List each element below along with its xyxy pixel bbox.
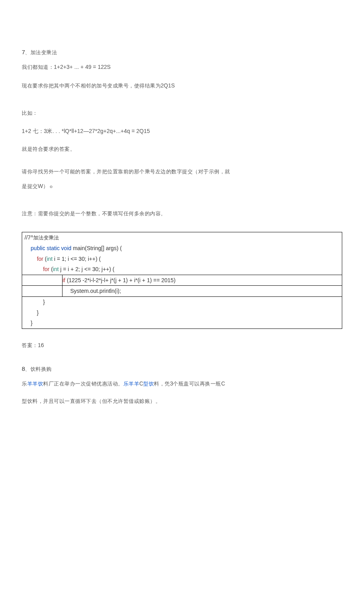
q7-p4-text: 1+2 七：3米. . . *lQ*ll+12—27*2g+2q+...+4q …	[22, 128, 150, 134]
q8-title-text: 、饮料换购	[25, 366, 52, 372]
code-l5-right: if (1225 -2*i-l-2*j-l+ j*(j + 1) + i*(i …	[63, 275, 342, 286]
code-l6-left	[22, 286, 63, 296]
q8-p2: 型饮料，并且可以一直循环下去（但不允许暂借或赊账）。	[22, 397, 342, 406]
code-l2c: main(String[] args) (	[71, 245, 122, 251]
code-l4d: int	[53, 266, 59, 272]
answer-label: 答案：	[22, 342, 38, 348]
code-l5-left	[22, 275, 63, 286]
q7-p7a: 是提交	[22, 183, 38, 189]
code-l4c: (	[49, 266, 53, 272]
code-line-6: System.out.println(i);	[22, 286, 342, 297]
code-l3a	[25, 256, 37, 262]
code-l3e: i = 1; i <= 30; i++) (	[53, 256, 101, 262]
q8-p1e: C	[139, 380, 143, 387]
q7-p8: 注意：需要你提交的是一个整数，不要填写任何多余的内容。	[22, 210, 342, 218]
code-line-3: for (int i = 1; i <= 30; i++) (	[22, 254, 342, 264]
q7-p7c: ） o	[43, 183, 53, 189]
q8-p1d: 乐羊羊	[123, 381, 140, 387]
answer-value: 16	[38, 342, 44, 348]
code-l3b: for	[37, 256, 43, 262]
q8-p1j: C	[221, 380, 225, 387]
q7-p7: 是提交W） o	[22, 182, 342, 191]
code-l4a	[25, 266, 43, 272]
code-l2a	[25, 245, 31, 251]
code-line-7: }	[22, 297, 342, 308]
q7-p5: 就是符合要求的答案。	[22, 145, 342, 154]
q7-p3: 比如：	[22, 109, 342, 118]
code-l2b: public static void	[31, 245, 72, 251]
q8-p1g: 料，凭	[154, 381, 170, 387]
q8-p1: 乐羊羊饮料厂正在举办一次促销优惠活动。乐羊羊C型饮料，凭3个瓶盖可以再换一瓶C	[22, 379, 342, 388]
code-l1a: //7^	[25, 234, 33, 241]
q8-p1f: 型饮	[143, 381, 154, 387]
q8-p1a: 乐	[22, 381, 27, 387]
q7-title-text: 、加法变乘法	[25, 49, 57, 55]
q7-p1: 我们都知道：1+2+3+ ... + 49 = 122S	[22, 63, 342, 72]
code-l4e: j = i + 2; j <= 30; j++) (	[59, 266, 114, 272]
code-line-9: }	[22, 318, 342, 328]
code-block: //7^加法变乘法 public static void main(String…	[22, 232, 342, 328]
code-l6-right: System.out.println(i);	[63, 286, 342, 296]
q8-p1c: 料厂正在举办一次促销优惠活动。	[43, 381, 123, 387]
code-l4b: for	[43, 266, 49, 272]
q8-p1i: 个瓶盖可以再换一瓶	[173, 381, 221, 387]
q7-p2: 现在要求你把其中两个不相邻的加号变成乘号，使得结果为2Q1S	[22, 81, 342, 90]
code-l3c: (	[43, 256, 47, 262]
answer-line: 答案：16	[22, 341, 342, 350]
code-line-5: if (1225 -2*i-l-2*j-l+ j*(j + 1) + i*(i …	[22, 275, 342, 286]
code-l5c: (1225 -2*i-l-2*j-l+ j*(j + 1) + i*(i + 1…	[65, 277, 176, 283]
code-line-8: }	[22, 308, 342, 318]
document-page: 7、加法变乘法 我们都知道：1+2+3+ ... + 49 = 122S 现在要…	[0, 0, 364, 439]
q7-title: 7、加法变乘法	[22, 47, 342, 57]
code-l3d: int	[47, 256, 53, 262]
code-l1b: 加法变乘法	[33, 235, 59, 241]
q7-p6: 请你寻找另外一个可能的答案，并把位置靠前的那个乘号左边的数字提交（对于示例，就	[22, 168, 342, 176]
q7-p1b: 1+2+3+ ... + 49 = 122S	[54, 64, 111, 70]
code-line-2: public static void main(String[] args) (	[22, 243, 342, 254]
q7-p1a: 我们都知道：	[22, 64, 54, 70]
q7-p7b: W	[38, 183, 43, 189]
q7-p2a: 现在要求你把其中两个不相邻的加号变成乘号，使得结果为	[22, 83, 161, 89]
code-line-4: for (int j = i + 2; j <= 30; j++) (	[22, 264, 342, 275]
q7-p2b: 2Q1S	[161, 82, 175, 89]
q8-p1b: 羊羊饮	[27, 381, 44, 387]
code-l5b: if	[63, 277, 65, 283]
code-line-1: //7^加法变乘法	[22, 232, 342, 243]
q7-p4: 1+2 七：3米. . . *lQ*ll+12—27*2g+2q+...+4q …	[22, 127, 342, 136]
q8-title: 8、饮料换购	[22, 364, 342, 374]
